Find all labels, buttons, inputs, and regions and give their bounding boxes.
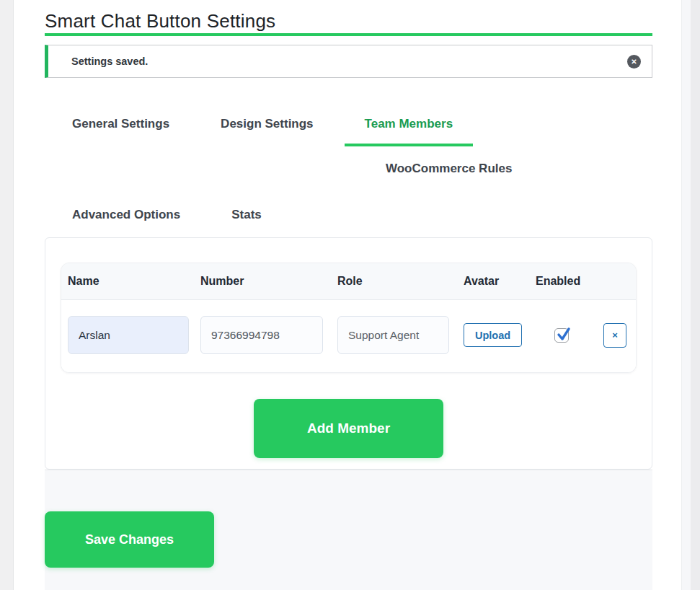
tab-advanced-options[interactable]: Advanced Options	[52, 198, 200, 234]
tab-general-settings[interactable]: General Settings	[52, 107, 190, 144]
enabled-cell	[536, 328, 603, 343]
name-cell	[68, 316, 200, 354]
tab-team-members[interactable]: Team Members	[345, 107, 474, 146]
number-cell	[200, 316, 337, 354]
team-members-table: Name Number Role Avatar Enabled Upload	[61, 263, 637, 373]
page-background-edge	[691, 0, 700, 590]
tab-woocommerce-rules[interactable]: WooCommerce Rules	[365, 151, 532, 188]
column-header-role: Role	[337, 273, 464, 289]
add-member-row: Add Member	[61, 399, 637, 458]
enabled-checkbox[interactable]	[554, 328, 569, 343]
footer-bar: Save Changes	[45, 470, 652, 590]
table-header-row: Name Number Role Avatar Enabled	[61, 263, 636, 300]
column-header-enabled: Enabled	[536, 273, 603, 289]
table-row: Upload ×	[61, 300, 636, 372]
tabs-row-2: WooCommerce Rules	[52, 151, 652, 188]
settings-page: Smart Chat Button Settings Settings save…	[45, 9, 652, 590]
page-title: Smart Chat Button Settings	[45, 9, 652, 33]
column-header-name: Name	[68, 273, 200, 289]
upload-avatar-button[interactable]: Upload	[464, 323, 522, 347]
column-header-remove	[603, 273, 636, 289]
member-number-input[interactable]	[200, 316, 323, 354]
scrollbar-track[interactable]	[681, 0, 691, 590]
column-header-number: Number	[200, 273, 337, 289]
checkmark-icon	[556, 327, 572, 343]
settings-tabs: General Settings Design Settings Team Me…	[45, 107, 652, 234]
dismiss-notice-icon[interactable]: ✕	[627, 55, 641, 69]
tab-design-settings[interactable]: Design Settings	[200, 107, 333, 144]
admin-sidebar-edge	[0, 0, 14, 590]
title-underline	[45, 33, 652, 36]
member-name-input[interactable]	[68, 316, 189, 354]
column-header-avatar: Avatar	[464, 273, 536, 289]
notice-message: Settings saved.	[71, 56, 148, 67]
remove-member-button[interactable]: ×	[603, 323, 626, 348]
tab-stats[interactable]: Stats	[211, 198, 282, 234]
save-changes-button[interactable]: Save Changes	[45, 511, 214, 568]
tabs-row-1: General Settings Design Settings Team Me…	[52, 107, 652, 146]
add-member-button[interactable]: Add Member	[254, 399, 443, 458]
role-cell	[337, 316, 464, 354]
remove-cell: ×	[603, 323, 636, 348]
settings-saved-notice: Settings saved. ✕	[45, 45, 652, 78]
avatar-cell: Upload	[464, 323, 536, 347]
member-role-input[interactable]	[337, 316, 449, 354]
tabs-row-3: Advanced Options Stats	[52, 198, 652, 234]
team-members-panel: Name Number Role Avatar Enabled Upload	[45, 237, 652, 470]
